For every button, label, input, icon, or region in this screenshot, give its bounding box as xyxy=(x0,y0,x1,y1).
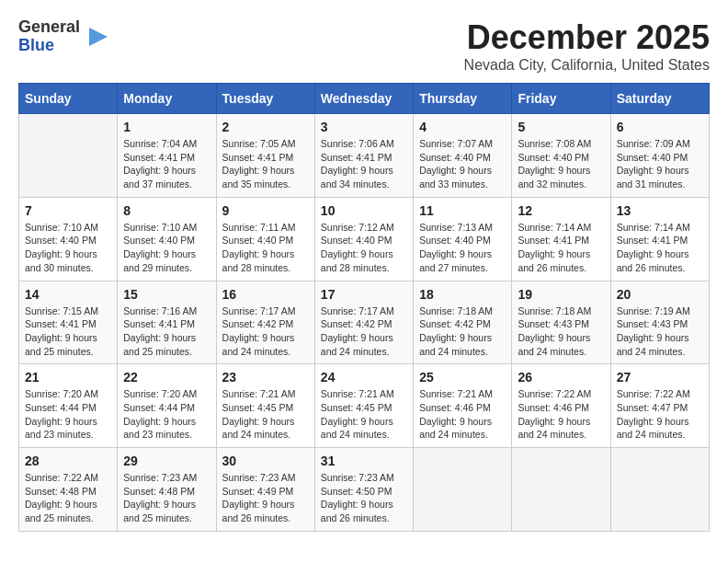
day-info: Sunrise: 7:15 AM Sunset: 4:41 PM Dayligh… xyxy=(25,304,111,359)
day-info: Sunrise: 7:12 AM Sunset: 4:40 PM Dayligh… xyxy=(321,221,407,275)
calendar-day-cell: 9Sunrise: 7:11 AM Sunset: 4:40 PM Daylig… xyxy=(216,197,314,281)
calendar-day-cell: 28Sunrise: 7:22 AM Sunset: 4:48 PM Dayli… xyxy=(19,448,118,532)
day-number: 21 xyxy=(25,370,111,385)
calendar-day-cell: 5Sunrise: 7:08 AM Sunset: 4:40 PM Daylig… xyxy=(512,114,610,198)
calendar-header-cell: Thursday xyxy=(414,84,512,114)
calendar-day-cell: 19Sunrise: 7:18 AM Sunset: 4:43 PM Dayli… xyxy=(512,281,610,364)
calendar-day-cell: 31Sunrise: 7:23 AM Sunset: 4:50 PM Dayli… xyxy=(314,448,413,532)
day-number: 10 xyxy=(321,203,407,218)
calendar-day-cell: 18Sunrise: 7:18 AM Sunset: 4:42 PM Dayli… xyxy=(414,281,512,364)
calendar-day-cell: 16Sunrise: 7:17 AM Sunset: 4:42 PM Dayli… xyxy=(216,281,314,364)
calendar-day-cell: 12Sunrise: 7:14 AM Sunset: 4:41 PM Dayli… xyxy=(512,197,610,281)
day-number: 1 xyxy=(123,120,210,134)
calendar-day-cell: 22Sunrise: 7:20 AM Sunset: 4:44 PM Dayli… xyxy=(118,364,216,448)
day-info: Sunrise: 7:17 AM Sunset: 4:42 PM Dayligh… xyxy=(321,304,407,359)
day-info: Sunrise: 7:11 AM Sunset: 4:40 PM Dayligh… xyxy=(222,221,309,275)
day-info: Sunrise: 7:19 AM Sunset: 4:43 PM Dayligh… xyxy=(617,304,703,359)
day-info: Sunrise: 7:18 AM Sunset: 4:42 PM Dayligh… xyxy=(419,304,506,359)
calendar-day-cell xyxy=(610,448,709,532)
day-number: 13 xyxy=(617,203,703,218)
day-number: 12 xyxy=(518,203,604,218)
day-number: 31 xyxy=(321,454,407,468)
day-info: Sunrise: 7:09 AM Sunset: 4:40 PM Dayligh… xyxy=(617,137,703,191)
day-number: 3 xyxy=(321,120,407,134)
day-info: Sunrise: 7:08 AM Sunset: 4:40 PM Dayligh… xyxy=(518,137,604,191)
day-info: Sunrise: 7:10 AM Sunset: 4:40 PM Dayligh… xyxy=(123,221,210,275)
calendar-day-cell: 11Sunrise: 7:13 AM Sunset: 4:40 PM Dayli… xyxy=(414,197,512,281)
calendar-day-cell: 10Sunrise: 7:12 AM Sunset: 4:40 PM Dayli… xyxy=(314,197,413,281)
day-number: 8 xyxy=(123,203,210,218)
day-number: 23 xyxy=(222,370,309,385)
calendar-day-cell: 6Sunrise: 7:09 AM Sunset: 4:40 PM Daylig… xyxy=(610,114,709,198)
day-info: Sunrise: 7:14 AM Sunset: 4:41 PM Dayligh… xyxy=(518,221,604,275)
calendar-day-cell: 17Sunrise: 7:17 AM Sunset: 4:42 PM Dayli… xyxy=(314,281,413,364)
day-number: 17 xyxy=(321,287,407,302)
calendar-day-cell: 27Sunrise: 7:22 AM Sunset: 4:47 PM Dayli… xyxy=(610,364,709,448)
day-info: Sunrise: 7:21 AM Sunset: 4:46 PM Dayligh… xyxy=(419,387,506,442)
day-info: Sunrise: 7:23 AM Sunset: 4:48 PM Dayligh… xyxy=(123,471,210,525)
calendar-week-row: 14Sunrise: 7:15 AM Sunset: 4:41 PM Dayli… xyxy=(19,281,710,364)
header: General Blue December 2025 Nevada City, … xyxy=(18,18,710,74)
calendar-header-cell: Wednesday xyxy=(314,84,413,114)
day-info: Sunrise: 7:21 AM Sunset: 4:45 PM Dayligh… xyxy=(222,387,309,442)
day-number: 20 xyxy=(617,287,703,302)
calendar-day-cell: 23Sunrise: 7:21 AM Sunset: 4:45 PM Dayli… xyxy=(216,364,314,448)
title-section: December 2025 Nevada City, California, U… xyxy=(464,18,710,74)
calendar-header-cell: Monday xyxy=(118,84,216,114)
day-info: Sunrise: 7:07 AM Sunset: 4:40 PM Dayligh… xyxy=(419,137,506,191)
calendar-day-cell: 8Sunrise: 7:10 AM Sunset: 4:40 PM Daylig… xyxy=(118,197,216,281)
day-number: 26 xyxy=(518,370,604,385)
calendar-day-cell: 3Sunrise: 7:06 AM Sunset: 4:41 PM Daylig… xyxy=(314,114,413,198)
day-info: Sunrise: 7:16 AM Sunset: 4:41 PM Dayligh… xyxy=(123,304,210,359)
calendar-day-cell xyxy=(512,448,610,532)
day-number: 25 xyxy=(419,370,506,385)
day-number: 14 xyxy=(25,287,111,302)
calendar-day-cell xyxy=(414,448,512,532)
calendar-header-cell: Tuesday xyxy=(216,84,314,114)
calendar-day-cell: 26Sunrise: 7:22 AM Sunset: 4:46 PM Dayli… xyxy=(512,364,610,448)
day-number: 27 xyxy=(617,370,703,385)
svg-marker-0 xyxy=(89,28,108,46)
day-info: Sunrise: 7:17 AM Sunset: 4:42 PM Dayligh… xyxy=(222,304,309,359)
day-number: 15 xyxy=(123,287,210,302)
calendar-day-cell: 7Sunrise: 7:10 AM Sunset: 4:40 PM Daylig… xyxy=(19,197,118,281)
day-info: Sunrise: 7:20 AM Sunset: 4:44 PM Dayligh… xyxy=(123,387,210,442)
calendar-day-cell: 15Sunrise: 7:16 AM Sunset: 4:41 PM Dayli… xyxy=(118,281,216,364)
main-title: December 2025 xyxy=(464,18,710,57)
day-number: 22 xyxy=(123,370,210,385)
day-info: Sunrise: 7:21 AM Sunset: 4:45 PM Dayligh… xyxy=(321,387,407,442)
day-info: Sunrise: 7:05 AM Sunset: 4:41 PM Dayligh… xyxy=(222,137,309,191)
day-info: Sunrise: 7:22 AM Sunset: 4:48 PM Dayligh… xyxy=(25,471,111,525)
day-number: 16 xyxy=(222,287,309,302)
calendar-day-cell: 2Sunrise: 7:05 AM Sunset: 4:41 PM Daylig… xyxy=(216,114,314,198)
calendar-table: SundayMondayTuesdayWednesdayThursdayFrid… xyxy=(18,83,710,532)
subtitle: Nevada City, California, United States xyxy=(464,57,710,74)
calendar-day-cell: 29Sunrise: 7:23 AM Sunset: 4:48 PM Dayli… xyxy=(118,448,216,532)
day-number: 24 xyxy=(321,370,407,385)
logo-text: General Blue xyxy=(18,18,80,55)
day-number: 11 xyxy=(419,203,506,218)
calendar-week-row: 1Sunrise: 7:04 AM Sunset: 4:41 PM Daylig… xyxy=(19,114,710,198)
day-number: 2 xyxy=(222,120,309,134)
day-info: Sunrise: 7:22 AM Sunset: 4:47 PM Dayligh… xyxy=(617,387,703,442)
calendar-day-cell: 13Sunrise: 7:14 AM Sunset: 4:41 PM Dayli… xyxy=(610,197,709,281)
day-info: Sunrise: 7:18 AM Sunset: 4:43 PM Dayligh… xyxy=(518,304,604,359)
day-number: 9 xyxy=(222,203,309,218)
day-number: 4 xyxy=(419,120,506,134)
day-info: Sunrise: 7:23 AM Sunset: 4:50 PM Dayligh… xyxy=(321,471,407,525)
calendar-day-cell: 21Sunrise: 7:20 AM Sunset: 4:44 PM Dayli… xyxy=(19,364,118,448)
day-info: Sunrise: 7:06 AM Sunset: 4:41 PM Dayligh… xyxy=(321,137,407,191)
calendar-header-cell: Friday xyxy=(512,84,610,114)
day-info: Sunrise: 7:20 AM Sunset: 4:44 PM Dayligh… xyxy=(25,387,111,442)
logo-icon xyxy=(85,24,111,50)
logo: General Blue xyxy=(18,18,111,55)
calendar-day-cell: 25Sunrise: 7:21 AM Sunset: 4:46 PM Dayli… xyxy=(414,364,512,448)
calendar-day-cell: 4Sunrise: 7:07 AM Sunset: 4:40 PM Daylig… xyxy=(414,114,512,198)
day-number: 28 xyxy=(25,454,111,468)
calendar-day-cell xyxy=(19,114,118,198)
day-number: 7 xyxy=(25,203,111,218)
calendar-day-cell: 14Sunrise: 7:15 AM Sunset: 4:41 PM Dayli… xyxy=(19,281,118,364)
day-number: 30 xyxy=(222,454,309,468)
calendar-day-cell: 30Sunrise: 7:23 AM Sunset: 4:49 PM Dayli… xyxy=(216,448,314,532)
calendar-header-row: SundayMondayTuesdayWednesdayThursdayFrid… xyxy=(19,84,710,114)
